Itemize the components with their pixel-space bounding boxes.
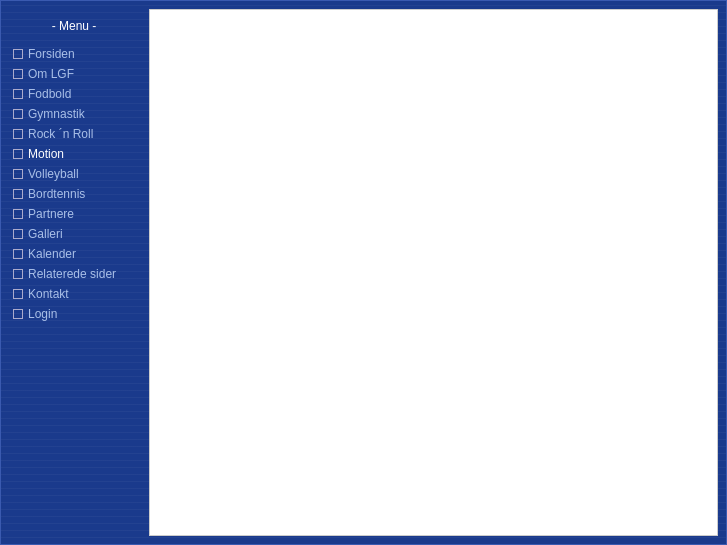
menu-label: - Menu - <box>9 19 139 33</box>
nav-list-item: Forsiden <box>13 45 139 63</box>
page-wrapper: - Menu - ForsidenOm LGFFodboldGymnastikR… <box>0 0 727 545</box>
sidebar: - Menu - ForsidenOm LGFFodboldGymnastikR… <box>9 9 139 536</box>
nav-list-item: Fodbold <box>13 85 139 103</box>
nav-bullet-icon <box>13 249 23 259</box>
nav-bullet-icon <box>13 69 23 79</box>
nav-link-galleri[interactable]: Galleri <box>28 225 63 243</box>
nav-link-fodbold[interactable]: Fodbold <box>28 85 71 103</box>
nav-list-item: Partnere <box>13 205 139 223</box>
nav-list: ForsidenOm LGFFodboldGymnastikRock ´n Ro… <box>9 45 139 325</box>
nav-list-item: Volleyball <box>13 165 139 183</box>
nav-list-item: Gymnastik <box>13 105 139 123</box>
nav-link-rock-´n-roll[interactable]: Rock ´n Roll <box>28 125 93 143</box>
nav-link-volleyball[interactable]: Volleyball <box>28 165 79 183</box>
nav-bullet-icon <box>13 89 23 99</box>
nav-bullet-icon <box>13 169 23 179</box>
nav-bullet-icon <box>13 309 23 319</box>
nav-list-item: Om LGF <box>13 65 139 83</box>
nav-list-item: Bordtennis <box>13 185 139 203</box>
nav-link-bordtennis[interactable]: Bordtennis <box>28 185 85 203</box>
nav-bullet-icon <box>13 49 23 59</box>
nav-bullet-icon <box>13 149 23 159</box>
nav-list-item: Motion <box>13 145 139 163</box>
page-container: - Menu - ForsidenOm LGFFodboldGymnastikR… <box>1 1 726 544</box>
nav-link-kalender[interactable]: Kalender <box>28 245 76 263</box>
nav-link-relaterede-sider[interactable]: Relaterede sider <box>28 265 116 283</box>
nav-list-item: Kalender <box>13 245 139 263</box>
nav-bullet-icon <box>13 129 23 139</box>
nav-list-item: Kontakt <box>13 285 139 303</box>
nav-link-gymnastik[interactable]: Gymnastik <box>28 105 85 123</box>
nav-bullet-icon <box>13 229 23 239</box>
nav-link-om-lgf[interactable]: Om LGF <box>28 65 74 83</box>
nav-bullet-icon <box>13 269 23 279</box>
main-content-area <box>149 9 718 536</box>
nav-list-item: Rock ´n Roll <box>13 125 139 143</box>
nav-bullet-icon <box>13 209 23 219</box>
nav-link-login[interactable]: Login <box>28 305 57 323</box>
nav-link-kontakt[interactable]: Kontakt <box>28 285 69 303</box>
nav-bullet-icon <box>13 289 23 299</box>
nav-list-item: Relaterede sider <box>13 265 139 283</box>
nav-bullet-icon <box>13 189 23 199</box>
nav-list-item: Galleri <box>13 225 139 243</box>
nav-link-partnere[interactable]: Partnere <box>28 205 74 223</box>
nav-list-item: Login <box>13 305 139 323</box>
nav-link-forsiden[interactable]: Forsiden <box>28 45 75 63</box>
nav-bullet-icon <box>13 109 23 119</box>
nav-link-motion[interactable]: Motion <box>28 145 64 163</box>
